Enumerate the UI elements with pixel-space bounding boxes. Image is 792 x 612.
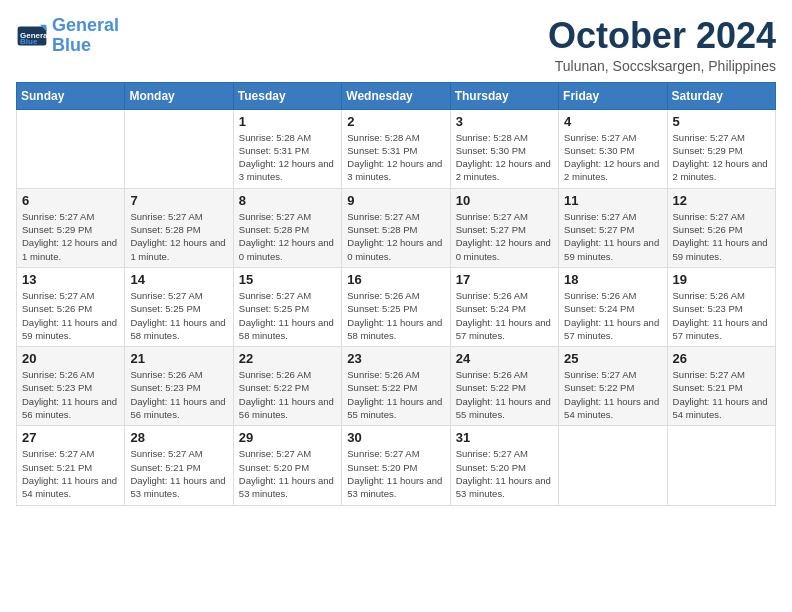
calendar-cell: 1Sunrise: 5:28 AMSunset: 5:31 PMDaylight…	[233, 109, 341, 188]
calendar-cell: 8Sunrise: 5:27 AMSunset: 5:28 PMDaylight…	[233, 188, 341, 267]
logo-icon: General Blue	[16, 20, 48, 52]
day-info: Sunrise: 5:27 AMSunset: 5:20 PMDaylight:…	[239, 447, 336, 500]
day-number: 13	[22, 272, 119, 287]
day-number: 16	[347, 272, 444, 287]
day-info: Sunrise: 5:26 AMSunset: 5:22 PMDaylight:…	[456, 368, 553, 421]
day-info: Sunrise: 5:27 AMSunset: 5:26 PMDaylight:…	[673, 210, 770, 263]
weekday-thursday: Thursday	[450, 82, 558, 109]
day-info: Sunrise: 5:27 AMSunset: 5:25 PMDaylight:…	[239, 289, 336, 342]
weekday-saturday: Saturday	[667, 82, 775, 109]
day-number: 21	[130, 351, 227, 366]
calendar-cell: 14Sunrise: 5:27 AMSunset: 5:25 PMDayligh…	[125, 267, 233, 346]
calendar-cell: 29Sunrise: 5:27 AMSunset: 5:20 PMDayligh…	[233, 426, 341, 505]
calendar-week-2: 13Sunrise: 5:27 AMSunset: 5:26 PMDayligh…	[17, 267, 776, 346]
calendar-cell: 2Sunrise: 5:28 AMSunset: 5:31 PMDaylight…	[342, 109, 450, 188]
calendar-cell: 16Sunrise: 5:26 AMSunset: 5:25 PMDayligh…	[342, 267, 450, 346]
calendar-cell	[125, 109, 233, 188]
weekday-tuesday: Tuesday	[233, 82, 341, 109]
logo: General Blue GeneralBlue	[16, 16, 119, 56]
calendar-cell: 11Sunrise: 5:27 AMSunset: 5:27 PMDayligh…	[559, 188, 667, 267]
weekday-header-row: SundayMondayTuesdayWednesdayThursdayFrid…	[17, 82, 776, 109]
calendar-cell: 25Sunrise: 5:27 AMSunset: 5:22 PMDayligh…	[559, 347, 667, 426]
day-info: Sunrise: 5:27 AMSunset: 5:20 PMDaylight:…	[347, 447, 444, 500]
calendar-cell: 17Sunrise: 5:26 AMSunset: 5:24 PMDayligh…	[450, 267, 558, 346]
calendar-cell: 12Sunrise: 5:27 AMSunset: 5:26 PMDayligh…	[667, 188, 775, 267]
day-number: 9	[347, 193, 444, 208]
calendar-week-3: 20Sunrise: 5:26 AMSunset: 5:23 PMDayligh…	[17, 347, 776, 426]
weekday-monday: Monday	[125, 82, 233, 109]
day-number: 8	[239, 193, 336, 208]
calendar-cell	[667, 426, 775, 505]
calendar-week-4: 27Sunrise: 5:27 AMSunset: 5:21 PMDayligh…	[17, 426, 776, 505]
day-info: Sunrise: 5:27 AMSunset: 5:28 PMDaylight:…	[347, 210, 444, 263]
calendar-cell: 31Sunrise: 5:27 AMSunset: 5:20 PMDayligh…	[450, 426, 558, 505]
day-info: Sunrise: 5:27 AMSunset: 5:28 PMDaylight:…	[239, 210, 336, 263]
day-number: 22	[239, 351, 336, 366]
calendar-cell: 20Sunrise: 5:26 AMSunset: 5:23 PMDayligh…	[17, 347, 125, 426]
day-info: Sunrise: 5:27 AMSunset: 5:21 PMDaylight:…	[673, 368, 770, 421]
day-number: 24	[456, 351, 553, 366]
weekday-wednesday: Wednesday	[342, 82, 450, 109]
calendar-cell: 23Sunrise: 5:26 AMSunset: 5:22 PMDayligh…	[342, 347, 450, 426]
calendar-cell: 3Sunrise: 5:28 AMSunset: 5:30 PMDaylight…	[450, 109, 558, 188]
calendar-cell: 9Sunrise: 5:27 AMSunset: 5:28 PMDaylight…	[342, 188, 450, 267]
day-info: Sunrise: 5:27 AMSunset: 5:26 PMDaylight:…	[22, 289, 119, 342]
calendar-cell: 6Sunrise: 5:27 AMSunset: 5:29 PMDaylight…	[17, 188, 125, 267]
day-number: 2	[347, 114, 444, 129]
calendar-cell: 28Sunrise: 5:27 AMSunset: 5:21 PMDayligh…	[125, 426, 233, 505]
day-number: 14	[130, 272, 227, 287]
day-number: 25	[564, 351, 661, 366]
day-number: 3	[456, 114, 553, 129]
calendar-cell: 10Sunrise: 5:27 AMSunset: 5:27 PMDayligh…	[450, 188, 558, 267]
day-info: Sunrise: 5:27 AMSunset: 5:29 PMDaylight:…	[22, 210, 119, 263]
calendar-cell: 26Sunrise: 5:27 AMSunset: 5:21 PMDayligh…	[667, 347, 775, 426]
day-info: Sunrise: 5:26 AMSunset: 5:23 PMDaylight:…	[673, 289, 770, 342]
day-info: Sunrise: 5:26 AMSunset: 5:23 PMDaylight:…	[22, 368, 119, 421]
logo-text: GeneralBlue	[52, 16, 119, 56]
location: Tulunan, Soccsksargen, Philippines	[548, 58, 776, 74]
day-info: Sunrise: 5:27 AMSunset: 5:27 PMDaylight:…	[564, 210, 661, 263]
day-number: 17	[456, 272, 553, 287]
calendar-cell: 22Sunrise: 5:26 AMSunset: 5:22 PMDayligh…	[233, 347, 341, 426]
day-number: 20	[22, 351, 119, 366]
day-info: Sunrise: 5:27 AMSunset: 5:27 PMDaylight:…	[456, 210, 553, 263]
day-info: Sunrise: 5:28 AMSunset: 5:31 PMDaylight:…	[239, 131, 336, 184]
day-info: Sunrise: 5:27 AMSunset: 5:22 PMDaylight:…	[564, 368, 661, 421]
calendar-cell: 5Sunrise: 5:27 AMSunset: 5:29 PMDaylight…	[667, 109, 775, 188]
svg-text:Blue: Blue	[20, 37, 38, 46]
day-number: 31	[456, 430, 553, 445]
day-number: 19	[673, 272, 770, 287]
calendar-cell: 4Sunrise: 5:27 AMSunset: 5:30 PMDaylight…	[559, 109, 667, 188]
day-number: 26	[673, 351, 770, 366]
day-number: 23	[347, 351, 444, 366]
calendar-cell: 18Sunrise: 5:26 AMSunset: 5:24 PMDayligh…	[559, 267, 667, 346]
calendar-cell: 27Sunrise: 5:27 AMSunset: 5:21 PMDayligh…	[17, 426, 125, 505]
calendar-cell: 21Sunrise: 5:26 AMSunset: 5:23 PMDayligh…	[125, 347, 233, 426]
day-info: Sunrise: 5:26 AMSunset: 5:24 PMDaylight:…	[456, 289, 553, 342]
calendar-cell	[559, 426, 667, 505]
day-info: Sunrise: 5:28 AMSunset: 5:30 PMDaylight:…	[456, 131, 553, 184]
calendar-week-0: 1Sunrise: 5:28 AMSunset: 5:31 PMDaylight…	[17, 109, 776, 188]
day-number: 7	[130, 193, 227, 208]
day-info: Sunrise: 5:26 AMSunset: 5:24 PMDaylight:…	[564, 289, 661, 342]
day-number: 12	[673, 193, 770, 208]
calendar-week-1: 6Sunrise: 5:27 AMSunset: 5:29 PMDaylight…	[17, 188, 776, 267]
calendar-cell: 7Sunrise: 5:27 AMSunset: 5:28 PMDaylight…	[125, 188, 233, 267]
day-number: 30	[347, 430, 444, 445]
day-info: Sunrise: 5:28 AMSunset: 5:31 PMDaylight:…	[347, 131, 444, 184]
day-number: 4	[564, 114, 661, 129]
day-info: Sunrise: 5:27 AMSunset: 5:25 PMDaylight:…	[130, 289, 227, 342]
day-number: 5	[673, 114, 770, 129]
weekday-friday: Friday	[559, 82, 667, 109]
day-info: Sunrise: 5:27 AMSunset: 5:29 PMDaylight:…	[673, 131, 770, 184]
day-info: Sunrise: 5:26 AMSunset: 5:25 PMDaylight:…	[347, 289, 444, 342]
day-info: Sunrise: 5:27 AMSunset: 5:20 PMDaylight:…	[456, 447, 553, 500]
day-number: 1	[239, 114, 336, 129]
day-info: Sunrise: 5:27 AMSunset: 5:30 PMDaylight:…	[564, 131, 661, 184]
day-info: Sunrise: 5:27 AMSunset: 5:21 PMDaylight:…	[22, 447, 119, 500]
day-number: 27	[22, 430, 119, 445]
calendar-cell: 19Sunrise: 5:26 AMSunset: 5:23 PMDayligh…	[667, 267, 775, 346]
calendar-cell: 15Sunrise: 5:27 AMSunset: 5:25 PMDayligh…	[233, 267, 341, 346]
weekday-sunday: Sunday	[17, 82, 125, 109]
day-info: Sunrise: 5:26 AMSunset: 5:22 PMDaylight:…	[347, 368, 444, 421]
